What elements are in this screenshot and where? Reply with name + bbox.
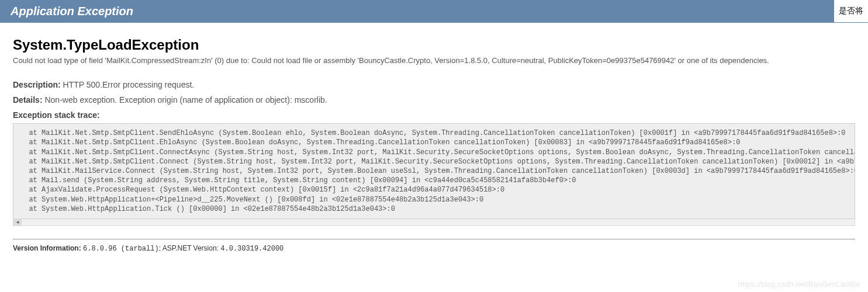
details-value: Non-web exception. Exception origin (nam… (44, 95, 327, 105)
watermark-text: https://blog.csdn.net/BanGenLanBai (738, 280, 860, 288)
separator (13, 239, 855, 239)
horizontal-scrollbar[interactable]: ◄ (13, 219, 855, 226)
details-row: Details: Non-web exception. Exception or… (13, 95, 855, 105)
stack-trace-box: at MailKit.Net.Smtp.SmtpClient.SendEhloA… (13, 123, 855, 219)
exception-message: Could not load type of field 'MailKit.Co… (13, 55, 855, 66)
header-bar: Application Exception (0, 0, 868, 23)
description-label: Description: (13, 80, 61, 89)
mono-version: 6.8.0.96 (tarball) (83, 245, 159, 253)
description-row: Description: HTTP 500.Error processing r… (13, 80, 855, 89)
version-label: Version Information: (13, 244, 81, 252)
stack-trace-label: Exception stack trace: (13, 110, 855, 120)
scroll-left-arrow-icon[interactable]: ◄ (13, 218, 22, 225)
aspnet-version: 4.0.30319.42000 (220, 245, 283, 253)
description-value: HTTP 500.Error processing request. (63, 80, 195, 89)
content-area: System.TypeLoadException Could not load … (0, 23, 868, 239)
details-label: Details: (13, 95, 43, 105)
aspnet-label: ; ASP.NET Version: (159, 244, 219, 252)
exception-type: System.TypeLoadException (13, 37, 855, 53)
header-right-text: 是否将 (834, 0, 868, 22)
header-title: Application Exception (11, 5, 133, 18)
version-info: Version Information: 6.8.0.96 (tarball);… (0, 244, 868, 253)
